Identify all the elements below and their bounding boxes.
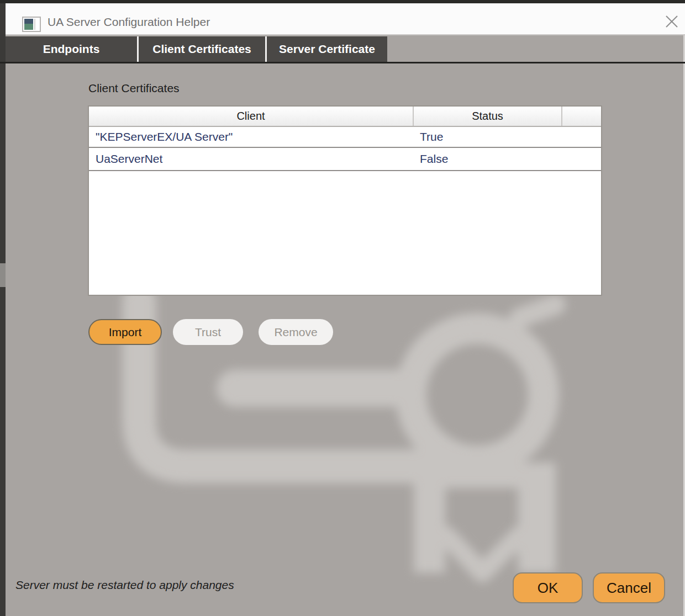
cell-client-name: "KEPServerEX/UA Server" — [89, 127, 414, 147]
title-bar: UA Server Configuration Helper — [6, 3, 685, 35]
cell-client-name: UaServerNet — [89, 148, 414, 170]
column-header-spacer — [562, 107, 601, 126]
close-icon[interactable] — [664, 14, 679, 29]
import-button[interactable]: Import — [88, 319, 162, 345]
tab-strip-underline — [0, 62, 685, 63]
trust-button[interactable]: Trust — [173, 319, 243, 345]
window-title: UA Server Configuration Helper — [48, 7, 210, 38]
cancel-button[interactable]: Cancel — [593, 572, 665, 603]
app-icon-divider — [34, 19, 35, 30]
section-title: Client Certificates — [88, 82, 180, 95]
app-window-icon — [22, 17, 41, 32]
tab-endpoints[interactable]: Endpoints — [6, 36, 137, 62]
tab-client-certificates[interactable]: Client Certificates — [139, 36, 265, 62]
column-header-status[interactable]: Status — [414, 107, 562, 126]
app-icon-blue-pane — [24, 19, 33, 24]
client-certificates-table: Client Status "KEPServerEX/UA Server" Tr… — [88, 105, 602, 296]
table-row[interactable]: "KEPServerEX/UA Server" True — [89, 127, 601, 148]
ok-button[interactable]: OK — [513, 572, 583, 603]
table-header-row: Client Status — [89, 107, 601, 127]
app-icon-green-pane — [24, 24, 33, 30]
table-row[interactable]: UaServerNet False — [89, 148, 601, 171]
column-header-client[interactable]: Client — [89, 107, 414, 126]
remove-button[interactable]: Remove — [259, 319, 333, 345]
tab-server-certificate[interactable]: Server Certificate — [267, 36, 387, 62]
cell-status-value: True — [414, 127, 601, 147]
cell-status-value: False — [414, 148, 601, 170]
restart-note: Server must be restarted to apply change… — [15, 578, 234, 592]
